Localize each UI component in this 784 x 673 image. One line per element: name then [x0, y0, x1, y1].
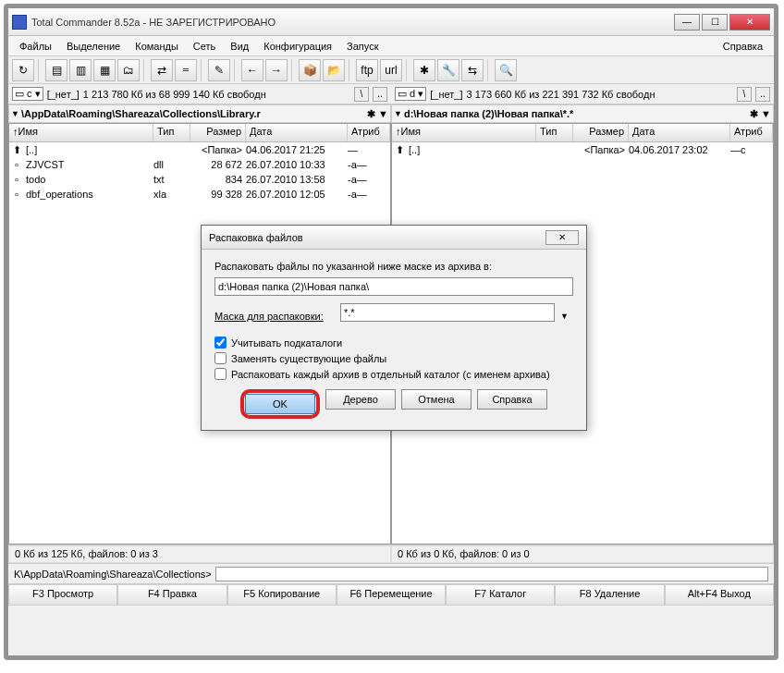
- minimize-button[interactable]: —: [674, 14, 700, 31]
- right-columns[interactable]: ↑ИмяТипРазмерДатаАтриб: [392, 124, 773, 142]
- star-icon[interactable]: ✱: [413, 59, 435, 81]
- right-status: 0 Кб из 0 Кб, файлов: 0 из 0: [391, 545, 774, 563]
- f8-button[interactable]: F8 Удаление: [555, 584, 664, 606]
- commandline: K\AppData\Roaming\Shareaza\Collections>: [8, 563, 774, 583]
- left-columns[interactable]: ↑ИмяТипРазмерДатаАтриб: [9, 124, 390, 142]
- window-title: Total Commander 8.52a - НЕ ЗАРЕГИСТРИРОВ…: [31, 17, 674, 28]
- right-root-button[interactable]: \: [737, 87, 752, 102]
- cancel-button[interactable]: Отмена: [401, 389, 472, 410]
- file-row[interactable]: ⬆[..]<Папка>04.06.2017 23:02—c: [392, 142, 773, 157]
- right-drive-label: [_нет_]: [430, 89, 462, 100]
- toolbar: ↻ ▤ ▥ ▦ 🗂 ⇄ ＝ ✎ ← → 📦 📂 ftp url ✱ 🔧 ⇆ 🔍: [8, 56, 774, 84]
- dialog-prompt: Распаковать файлы по указанной ниже маск…: [214, 261, 573, 272]
- back-icon[interactable]: ←: [241, 59, 263, 81]
- right-drive-select[interactable]: ▭ d ▾: [395, 87, 426, 101]
- file-row[interactable]: ⬆[..]<Папка>04.06.2017 21:25—: [9, 142, 390, 157]
- search-icon[interactable]: 🔍: [495, 59, 517, 81]
- equal-icon[interactable]: ＝: [175, 59, 197, 81]
- menu-view[interactable]: Вид: [223, 39, 256, 54]
- sync-icon[interactable]: ⇆: [461, 59, 484, 81]
- close-button[interactable]: ✕: [729, 14, 770, 31]
- mask-dropdown-icon[interactable]: ▼: [560, 312, 573, 321]
- chk-overwrite[interactable]: Заменять существующие файлы: [214, 352, 573, 364]
- right-drive-info: 3 173 660 Кб из 221 391 732 Кб свободн: [466, 89, 733, 100]
- mode3-icon[interactable]: ▦: [93, 59, 116, 81]
- unpack-dialog: Распаковка файлов ✕ Распаковать файлы по…: [201, 225, 587, 431]
- menubar: Файлы Выделение Команды Сеть Вид Конфигу…: [8, 36, 774, 56]
- left-drive-label: [_нет_]: [47, 89, 80, 100]
- fwd-icon[interactable]: →: [265, 59, 288, 81]
- file-row[interactable]: ▫dbf_operationsxla99 32826.07.2010 12:05…: [9, 187, 390, 202]
- mask-label: Маска для распаковки:: [214, 311, 335, 322]
- left-drive-info: 1 213 780 Кб из 68 999 140 Кб свободн: [83, 89, 350, 100]
- left-path[interactable]: ▼\AppData\Roaming\Shareaza\Collections\L…: [8, 104, 391, 123]
- tool-icon[interactable]: 🔧: [437, 59, 459, 81]
- chk-subdirs[interactable]: Учитывать подкаталоги: [214, 336, 573, 349]
- help-button[interactable]: Справка: [477, 389, 547, 410]
- f3-button[interactable]: F3 Просмотр: [8, 584, 117, 606]
- ok-button[interactable]: OK: [245, 394, 315, 414]
- left-drive-select[interactable]: ▭ c ▾: [12, 87, 43, 101]
- target-path-input[interactable]: [214, 277, 573, 296]
- file-row[interactable]: ▫ZJVCSTdll28 67226.07.2010 10:33-a—: [9, 157, 390, 172]
- left-drive-pane: ▭ c ▾ [_нет_] 1 213 780 Кб из 68 999 140…: [8, 84, 391, 104]
- mask-input[interactable]: [340, 303, 555, 322]
- ftp-icon[interactable]: ftp: [356, 59, 378, 81]
- edit-icon[interactable]: ✎: [208, 59, 230, 81]
- fkey-bar: F3 Просмотр F4 Правка F5 Копирование F6 …: [8, 583, 774, 606]
- menu-net[interactable]: Сеть: [186, 39, 223, 54]
- menu-start[interactable]: Запуск: [339, 39, 386, 54]
- left-status: 0 Кб из 125 Кб, файлов: 0 из 3: [8, 545, 391, 563]
- right-path[interactable]: ▼d:\Новая папка (2)\Новая папка\*.*✱ ▼: [391, 104, 774, 123]
- right-drive-pane: ▭ d ▾ [_нет_] 3 173 660 Кб из 221 391 73…: [391, 84, 774, 104]
- left-up-button[interactable]: ..: [373, 87, 387, 102]
- left-root-button[interactable]: \: [354, 87, 369, 102]
- menu-commands[interactable]: Команды: [128, 39, 186, 54]
- menu-help[interactable]: Справка: [716, 39, 770, 54]
- tree-button[interactable]: Дерево: [325, 389, 396, 410]
- f4-button[interactable]: F4 Правка: [117, 584, 227, 606]
- menu-files[interactable]: Файлы: [12, 39, 59, 54]
- refresh-icon[interactable]: ↻: [12, 59, 34, 81]
- tree-icon[interactable]: 🗂: [117, 59, 140, 81]
- f5-button[interactable]: F5 Копирование: [227, 584, 337, 606]
- dialog-title: Распаковка файлов: [209, 232, 545, 243]
- chk-separate[interactable]: Распаковать каждый архив в отдельный кат…: [214, 368, 573, 380]
- file-row[interactable]: ▫todotxt83426.07.2010 13:58-a—: [9, 172, 390, 187]
- right-up-button[interactable]: ..: [755, 87, 770, 102]
- unpack-icon[interactable]: 📂: [323, 59, 345, 81]
- titlebar: Total Commander 8.52a - НЕ ЗАРЕГИСТРИРОВ…: [8, 8, 774, 36]
- swap-icon[interactable]: ⇄: [151, 59, 173, 81]
- mode2-icon[interactable]: ▥: [69, 59, 92, 81]
- cmd-prompt: K\AppData\Roaming\Shareaza\Collections>: [14, 569, 212, 580]
- app-icon: [12, 15, 27, 30]
- mode1-icon[interactable]: ▤: [45, 59, 67, 81]
- maximize-button[interactable]: ☐: [702, 14, 728, 31]
- f6-button[interactable]: F6 Перемещение: [337, 584, 446, 606]
- url-icon[interactable]: url: [380, 59, 402, 81]
- cmd-input[interactable]: [215, 567, 768, 581]
- menu-config[interactable]: Конфигурация: [256, 39, 339, 54]
- f7-button[interactable]: F7 Каталог: [446, 584, 555, 606]
- pack-icon[interactable]: 📦: [299, 59, 321, 81]
- menu-select[interactable]: Выделение: [59, 39, 128, 54]
- dialog-close-button[interactable]: ✕: [545, 230, 579, 245]
- altf4-button[interactable]: Alt+F4 Выход: [665, 584, 774, 606]
